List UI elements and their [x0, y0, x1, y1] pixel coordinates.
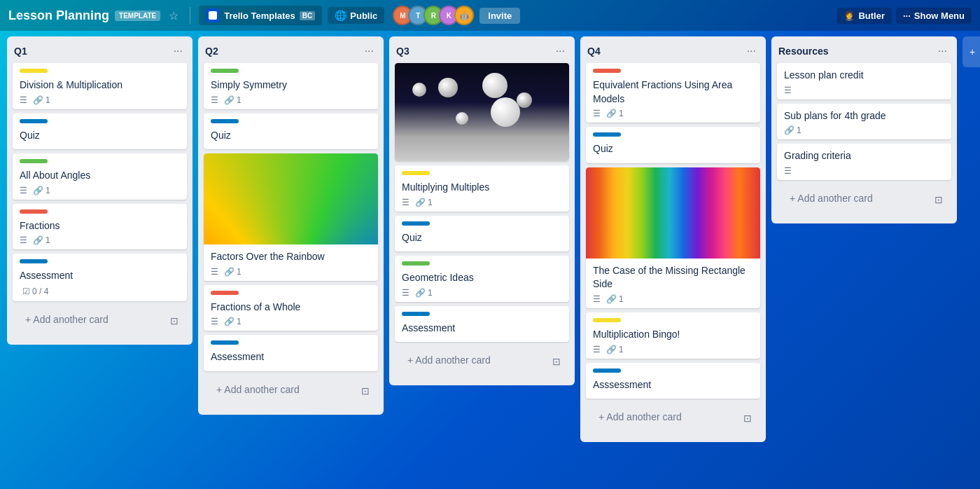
visibility-button[interactable]: 🌐 Public: [328, 7, 384, 24]
description-icon-item: ☰: [211, 267, 218, 277]
card-template-button-q3[interactable]: ⊡: [550, 353, 564, 370]
description-icon: ☰: [402, 198, 410, 207]
card-title: The Case of the Missing Rectangle Side: [593, 264, 753, 291]
card-label: [20, 159, 48, 163]
attachment-icon: 🔗: [224, 95, 234, 105]
column-title-q1: Q1: [14, 46, 27, 57]
card-missing-rectangle[interactable]: The Case of the Missing Rectangle Side ☰…: [586, 167, 760, 308]
cards-container-q1: Division & Multiplication ☰ 🔗 1 Quiz All…: [7, 63, 192, 345]
description-icon: ☰: [20, 235, 27, 245]
butler-icon: 🤵: [844, 11, 855, 21]
card-bubbles-image[interactable]: [395, 63, 569, 161]
column-title-q4: Q4: [587, 46, 601, 57]
attachment-item: 🔗 1: [224, 95, 241, 105]
card-meta: ☰ 🔗 1: [593, 294, 753, 304]
avatar[interactable]: 🤖: [454, 6, 474, 25]
butler-button[interactable]: 🤵 Butler: [836, 8, 892, 24]
card-title: Equivalent Fractions Using Area Models: [593, 78, 753, 106]
card-lesson-plan-credit[interactable]: Lesson plan credit ☰: [777, 63, 951, 99]
card-fractions-q1[interactable]: Fractions ☰ 🔗 1: [13, 204, 187, 250]
star-button[interactable]: ☆: [166, 6, 181, 25]
card-title: Simply Symmetry: [211, 78, 371, 92]
card-grading-criteria[interactable]: Grading criteria ☰: [777, 144, 951, 180]
card-template-button-q2[interactable]: ⊡: [358, 383, 372, 399]
description-icon-item: ☰: [211, 95, 218, 105]
workspace-button[interactable]: Trello Templates BC: [199, 6, 322, 25]
card-assessment-q1[interactable]: Assessment ☑ 0 / 4: [13, 254, 187, 301]
card-asssessment-q4[interactable]: Asssessment: [586, 363, 760, 399]
attachment-item: 🔗 1: [606, 345, 624, 354]
card-title: Assessment: [211, 350, 371, 364]
globe-icon: 🌐: [335, 10, 346, 21]
column-q2: Q2 ··· Simply Symmetry ☰ 🔗 1 Quiz: [198, 36, 384, 415]
board-title: Lesson Planning: [8, 8, 109, 23]
card-equivalent-fractions[interactable]: Equivalent Fractions Using Area Models ☰…: [586, 63, 760, 123]
card-label: [211, 340, 239, 345]
card-title: Division & Multiplication: [20, 78, 180, 92]
column-q4: Q4 ··· Equivalent Fractions Using Area M…: [580, 36, 766, 442]
add-card-button-q3[interactable]: + Add another card: [400, 349, 550, 371]
bubble: [491, 97, 520, 127]
description-icon: ☰: [402, 288, 410, 298]
add-card-button-q4[interactable]: + Add another card: [592, 406, 741, 428]
add-card-footer-resources: + Add another card ⊡: [777, 184, 951, 218]
card-sub-plans[interactable]: Sub plans for 4th grade 🔗 1: [777, 104, 951, 140]
column-header-q4: Q4 ···: [580, 36, 766, 63]
column-menu-button-q2[interactable]: ···: [362, 43, 377, 59]
attachment-item: 🔗 1: [606, 109, 624, 118]
card-factors-over-rainbow[interactable]: Factors Over the Rainbow ☰ 🔗 1: [204, 153, 378, 281]
description-icon: ☰: [593, 109, 601, 118]
workspace-badge: BC: [300, 11, 315, 20]
card-title: Grading criteria: [784, 149, 944, 163]
description-icon: ☰: [784, 85, 792, 95]
column-q1: Q1 ··· Division & Multiplication ☰ 🔗 1 Q…: [7, 36, 192, 345]
checklist-icon: ☑: [22, 287, 30, 296]
card-division-multiplication[interactable]: Division & Multiplication ☰ 🔗 1: [13, 63, 187, 109]
card-meta: ☰ 🔗 1: [211, 267, 371, 277]
card-meta: ☰ 🔗 1: [20, 235, 180, 245]
card-quiz-q4[interactable]: Quiz: [586, 127, 760, 163]
add-card-button-q1[interactable]: + Add another card: [18, 308, 167, 331]
card-quiz-q1[interactable]: Quiz: [13, 113, 187, 150]
card-label: [211, 69, 239, 73]
card-quiz-q2[interactable]: Quiz: [204, 113, 378, 150]
column-menu-button-q3[interactable]: ···: [553, 43, 568, 59]
attachment-icon: 🔗: [224, 267, 234, 277]
add-card-footer-q4: + Add another card ⊡: [586, 403, 760, 436]
card-geometric-ideas[interactable]: Geometric Ideas ☰ 🔗 1: [395, 256, 569, 302]
card-title: Quiz: [211, 129, 371, 143]
description-icon: ☰: [593, 345, 601, 354]
add-column-button[interactable]: + + Add: [962, 36, 980, 67]
column-menu-button-q1[interactable]: ···: [171, 43, 186, 59]
description-icon-item: ☰: [784, 166, 792, 176]
column-menu-button-resources[interactable]: ···: [935, 43, 950, 59]
card-template-button-q1[interactable]: ⊡: [167, 312, 181, 329]
show-menu-button[interactable]: ··· Show Menu: [896, 8, 972, 24]
card-meta: ☰ 🔗 1: [211, 95, 371, 105]
attachment-item: 🔗 1: [33, 186, 50, 195]
invite-button[interactable]: Invite: [479, 8, 520, 24]
column-header-q2: Q2 ···: [198, 36, 384, 63]
add-card-button-resources[interactable]: + Add another card: [783, 187, 932, 209]
description-icon: ☰: [593, 294, 601, 304]
card-multiplication-bingo[interactable]: Multiplication Bingo! ☰ 🔗 1: [586, 312, 760, 359]
attachment-item: 🔗 1: [33, 95, 50, 105]
card-title: Asssessment: [593, 378, 753, 392]
card-fractions-of-whole[interactable]: Fractions of a Whole ☰ 🔗 1: [204, 285, 378, 331]
card-quiz-q3[interactable]: Quiz: [395, 216, 569, 252]
card-multiplying-multiples[interactable]: Multiplying Multiples ☰ 🔗 1: [395, 165, 569, 212]
workspace-label: Trello Templates: [224, 11, 295, 21]
board: Q1 ··· Division & Multiplication ☰ 🔗 1 Q…: [0, 31, 980, 489]
card-simply-symmetry[interactable]: Simply Symmetry ☰ 🔗 1: [204, 63, 378, 109]
card-all-about-angles[interactable]: All About Angles ☰ 🔗 1: [13, 153, 187, 200]
card-template-button-q4[interactable]: ⊡: [741, 410, 755, 427]
add-card-button-q2[interactable]: + Add another card: [209, 378, 358, 401]
card-assessment-q2[interactable]: Assessment: [204, 335, 378, 371]
card-label: [402, 171, 430, 175]
column-menu-button-q4[interactable]: ···: [744, 43, 759, 59]
add-card-footer-q2: + Add another card ⊡: [204, 376, 378, 409]
card-assessment-q3[interactable]: Assessment: [395, 306, 569, 343]
card-template-button-resources[interactable]: ⊡: [932, 191, 946, 208]
header: Lesson Planning TEMPLATE ☆ Trello Templa…: [0, 0, 980, 31]
header-divider: [190, 7, 190, 24]
